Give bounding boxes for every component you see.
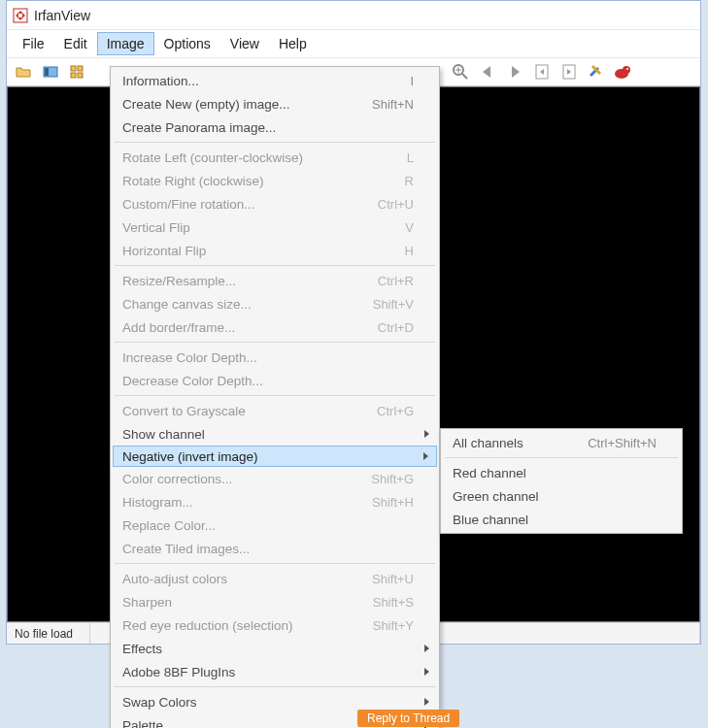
svg-rect-3 <box>45 68 49 76</box>
menu-item-label: Replace Color... <box>122 518 414 533</box>
svg-rect-1 <box>18 14 22 17</box>
submenu-blue-channel[interactable]: Blue channel <box>443 508 680 531</box>
menu-separator <box>115 686 435 687</box>
next-icon[interactable] <box>504 61 525 83</box>
menu-separator <box>115 142 435 143</box>
menu-item-sharpen: SharpenShift+S <box>113 590 437 613</box>
menu-item-add-border-frame: Add border/frame...Ctrl+D <box>113 315 437 339</box>
menu-item-label: Show channel <box>122 427 414 442</box>
menu-item-label: Create Panorama image... <box>122 120 414 135</box>
menu-item-label: Create New (empty) image... <box>122 97 346 112</box>
menu-item-histogram: Histogram...Shift+H <box>113 490 437 513</box>
menu-edit[interactable]: Edit <box>54 32 97 55</box>
menu-separator <box>115 563 435 564</box>
about-icon[interactable] <box>613 61 634 83</box>
menu-item-label: Sharpen <box>122 595 346 610</box>
menu-item-vertical-flip: Vertical FlipV <box>113 215 437 239</box>
submenu-red-channel[interactable]: Red channel <box>443 461 680 484</box>
submenu-arrow-icon <box>424 645 429 652</box>
menu-separator <box>115 342 435 343</box>
app-icon <box>13 8 28 23</box>
menu-separator <box>115 265 435 266</box>
first-file-icon[interactable] <box>531 61 553 83</box>
submenu-green-channel[interactable]: Green channel <box>443 484 680 508</box>
menu-item-label: Auto-adjust colors <box>122 572 346 586</box>
menu-item-create-tiled-images: Create Tiled images... <box>113 537 437 560</box>
menu-item-label: Horizontal Flip <box>122 244 346 258</box>
menu-item-information[interactable]: Information...I <box>113 69 437 92</box>
menu-item-label: Color corrections... <box>122 472 346 486</box>
menu-item-accelerator: Shift+G <box>346 472 414 486</box>
menu-item-label: Adobe 8BF PlugIns <box>122 665 414 679</box>
submenu-arrow-icon <box>424 430 429 438</box>
menu-item-create-panorama-image[interactable]: Create Panorama image... <box>113 116 437 139</box>
menu-item-label: Swap Colors <box>122 695 414 710</box>
menu-view[interactable]: View <box>220 32 269 55</box>
title-bar: IrfanView <box>7 1 700 30</box>
menu-item-label: Red eye reduction (selection) <box>122 618 346 633</box>
menu-item-increase-color-depth: Increase Color Depth... <box>113 346 437 369</box>
menu-separator <box>445 457 678 458</box>
negative-submenu: All channels Ctrl+Shift+N Red channel Gr… <box>440 428 683 534</box>
menu-item-accelerator: Ctrl+G <box>346 404 414 418</box>
app-title: IrfanView <box>34 8 90 23</box>
menu-item-label: Resize/Resample... <box>122 274 346 288</box>
menu-item-accelerator: I <box>346 74 414 88</box>
image-menu-dropdown: Information...ICreate New (empty) image.… <box>110 66 440 728</box>
submenu-arrow-icon <box>424 668 429 676</box>
menu-item-label: Effects <box>122 642 414 656</box>
menu-item-resize-resample: Resize/Resample...Ctrl+R <box>113 269 437 292</box>
menu-item-label: Convert to Grayscale <box>122 404 346 418</box>
menu-item-change-canvas-size: Change canvas size...Shift+V <box>113 292 437 315</box>
submenu-all-channels[interactable]: All channels Ctrl+Shift+N <box>443 431 680 454</box>
menu-item-label: Information... <box>122 74 346 88</box>
menu-item-label: Custom/Fine rotation... <box>122 197 346 212</box>
menu-separator <box>115 395 435 396</box>
thumbnails-icon[interactable] <box>67 61 88 83</box>
menu-item-effects[interactable]: Effects <box>113 637 437 660</box>
menu-item-accelerator: Shift+H <box>346 495 414 510</box>
menu-item-label: Rotate Left (counter-clockwise) <box>122 150 346 165</box>
prev-icon[interactable] <box>477 61 498 83</box>
menu-help[interactable]: Help <box>269 32 317 55</box>
svg-line-9 <box>462 74 467 79</box>
menu-item-label: Create Tiled images... <box>122 542 414 556</box>
menu-item-red-eye-reduction-selection: Red eye reduction (selection)Shift+Y <box>113 613 437 637</box>
menu-item-rotate-right-clockwise: Rotate Right (clockwise)R <box>113 169 437 192</box>
menu-file[interactable]: File <box>13 32 54 55</box>
last-file-icon[interactable] <box>558 61 580 83</box>
menu-item-adobe-8bf-plugins[interactable]: Adobe 8BF PlugIns <box>113 660 437 683</box>
svg-rect-4 <box>71 66 76 71</box>
menu-item-accelerator: Shift+V <box>346 297 414 312</box>
menu-item-label: Decrease Color Depth... <box>122 374 414 388</box>
menu-item-color-corrections: Color corrections...Shift+G <box>113 467 437 490</box>
menu-item-replace-color: Replace Color... <box>113 513 437 537</box>
menu-options[interactable]: Options <box>154 32 220 55</box>
menu-image[interactable]: Image <box>97 32 154 55</box>
menu-item-label: Vertical Flip <box>122 220 346 235</box>
slideshow-icon[interactable] <box>40 61 61 83</box>
menu-item-create-new-empty-image[interactable]: Create New (empty) image...Shift+N <box>113 92 437 116</box>
menu-item-accelerator: Ctrl+U <box>346 197 414 212</box>
open-icon[interactable] <box>13 61 34 83</box>
menu-item-label: Negative (invert image) <box>122 449 414 464</box>
menu-item-label: Add border/frame... <box>122 320 346 335</box>
reply-to-thread-button[interactable]: Reply to Thread <box>357 710 459 727</box>
menu-item-show-channel[interactable]: Show channel <box>113 422 437 446</box>
menu-item-accelerator: L <box>346 150 414 165</box>
menu-item-negative-invert-image[interactable]: Negative (invert image) <box>113 446 437 467</box>
menu-bar: File Edit Image Options View Help <box>7 30 700 57</box>
menu-item-accelerator: H <box>346 244 414 258</box>
menu-item-accelerator: V <box>346 220 414 235</box>
menu-item-accelerator: Ctrl+D <box>346 320 414 335</box>
menu-item-decrease-color-depth: Decrease Color Depth... <box>113 369 437 392</box>
menu-item-rotate-left-counter-clockwise: Rotate Left (counter-clockwise)L <box>113 146 437 169</box>
svg-rect-5 <box>78 66 83 71</box>
zoom-in-icon[interactable] <box>450 61 471 83</box>
menu-item-label: Increase Color Depth... <box>122 350 414 365</box>
menu-item-accelerator: Shift+Y <box>346 618 414 633</box>
settings-icon[interactable] <box>586 61 607 83</box>
menu-item-accelerator: Shift+N <box>346 97 414 112</box>
svg-point-15 <box>623 66 630 74</box>
submenu-arrow-icon <box>423 452 428 460</box>
